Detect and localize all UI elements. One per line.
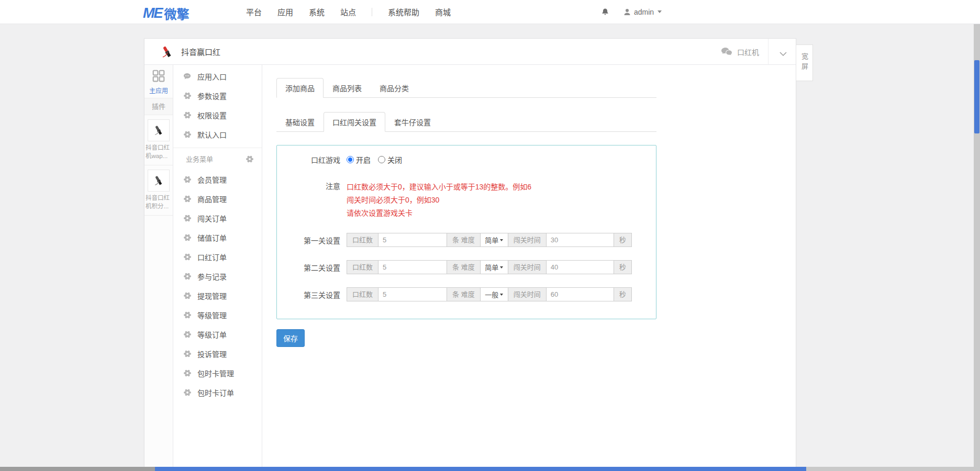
tab-lipstick-level-settings[interactable]: 口红闯关设置 [324, 112, 385, 132]
level-1-count-input[interactable] [378, 233, 447, 247]
level-3-difficulty-select[interactable]: 一般 [480, 287, 508, 301]
time-addon: 闯关时间 [508, 233, 547, 247]
level-1-difficulty-select[interactable]: 简单 [480, 233, 508, 247]
logo-text: 微擎 [164, 4, 190, 23]
horizontal-scrollbar[interactable] [0, 467, 980, 471]
menu-platform[interactable]: 平台 [246, 6, 262, 17]
sidebar-item-permissions[interactable]: 权限设置 [173, 105, 262, 125]
app-panel-header: 抖音赢口红 口红机 [144, 39, 796, 65]
gear-icon [183, 369, 191, 377]
level-2-count-input[interactable] [378, 260, 447, 274]
radio-off[interactable]: 关闭 [378, 154, 402, 165]
sidebar-item-complaints[interactable]: 投诉管理 [173, 344, 262, 363]
sidebar-item-label: 储值订单 [197, 232, 227, 243]
time-addon: 闯关时间 [508, 260, 547, 274]
screen: ME 微擎 平台 应用 系统 站点 系统帮助 商城 admin [0, 0, 980, 471]
tab-product-list[interactable]: 商品列表 [324, 78, 371, 98]
seconds-addon: 秒 [614, 260, 632, 274]
sidebar-item-products[interactable]: 商品管理 [173, 189, 262, 208]
sidebar-item-label: 闯关订单 [197, 213, 227, 223]
sidebar-item-label: 应用入口 [197, 71, 227, 82]
menu-help[interactable]: 系统帮助 [388, 6, 419, 17]
horizontal-scrollbar-thumb[interactable] [155, 467, 806, 471]
collapse-chevron-icon[interactable] [779, 49, 787, 59]
grid-icon [152, 69, 165, 83]
tab-product-category[interactable]: 商品分类 [371, 78, 418, 98]
sidebar-item-label: 提现管理 [197, 290, 227, 301]
sidebar-item-grade-mgmt[interactable]: 等级管理 [173, 305, 262, 324]
rail-plugins-title: 插件 [144, 98, 173, 115]
sidebar-item-stored-value-orders[interactable]: 储值订单 [173, 228, 262, 247]
vertical-scrollbar[interactable] [974, 24, 980, 467]
app-panel: 抖音赢口红 口红机 主应用 插件 [144, 38, 796, 467]
level-2-difficulty-select[interactable]: 简单 [480, 260, 508, 274]
difficulty-value: 一般 [485, 289, 498, 299]
comment-icon [183, 72, 191, 80]
sidebar-item-params[interactable]: 参数设置 [173, 86, 262, 105]
secondary-tabs: 基础设置 口红闯关设置 套牛仔设置 [276, 112, 656, 132]
sidebar-item-default-entry[interactable]: 默认入口 [173, 125, 262, 144]
sidebar-item-label: 等级订单 [197, 329, 227, 340]
rail-plugin-points[interactable]: 抖音口红机积分... [144, 165, 173, 216]
sidebar-item-label: 口红订单 [197, 252, 227, 262]
seconds-addon: 秒 [614, 287, 632, 301]
radio-on[interactable]: 开启 [347, 154, 371, 165]
plugin-caption: 抖音口红机wap... [146, 143, 172, 160]
app-panel-body: 主应用 插件 抖音口红机wap... 抖音口红机积分... [144, 65, 796, 467]
tab-add-product[interactable]: 添加商品 [276, 78, 324, 98]
account-switcher[interactable]: 口红机 [721, 39, 759, 65]
level-3-count-input[interactable] [378, 287, 447, 301]
gear-icon [183, 311, 191, 319]
main-content: 添加商品 商品列表 商品分类 基础设置 口红闯关设置 套牛仔设置 口红游戏 [262, 65, 796, 467]
notification-bell-icon[interactable] [601, 8, 609, 16]
rail-plugin-wap[interactable]: 抖音口红机wap... [144, 115, 173, 165]
vertical-scrollbar-thumb[interactable] [974, 60, 979, 133]
menu-divider [372, 8, 372, 16]
menu-apps[interactable]: 应用 [277, 6, 293, 17]
user-avatar-icon [623, 8, 631, 16]
sidebar-item-lipstick-orders[interactable]: 口红订单 [173, 247, 262, 266]
gear-icon [183, 214, 191, 222]
widescreen-toggle-button[interactable]: 宽屏 [796, 44, 813, 81]
difficulty-value: 简单 [485, 262, 498, 272]
level-1-time-input[interactable] [546, 233, 614, 247]
gear-icon [183, 350, 191, 357]
level-2-time-input[interactable] [546, 260, 614, 274]
logo-mark: ME [143, 5, 162, 21]
menu-site[interactable]: 站点 [340, 6, 356, 17]
section-settings-gear-icon[interactable] [246, 155, 253, 163]
rail-main-app[interactable]: 主应用 [144, 65, 173, 98]
top-navbar: ME 微擎 平台 应用 系统 站点 系统帮助 商城 admin [0, 0, 980, 24]
level-2-row: 第二关设置 口红数 条 难度 简单 闯关时间 秒 [277, 260, 656, 274]
sidebar-item-label: 包时卡订单 [197, 387, 234, 398]
wechat-account-icon [721, 47, 732, 57]
menu-store[interactable]: 商城 [435, 6, 451, 17]
sidebar-section-label: 业务菜单 [186, 154, 213, 164]
tab-basic-settings[interactable]: 基础设置 [276, 112, 324, 132]
radio-on-input[interactable] [347, 156, 354, 163]
save-button[interactable]: 保存 [276, 329, 305, 347]
notice-label: 注意 [277, 181, 340, 191]
radio-off-input[interactable] [378, 156, 385, 163]
menu-system[interactable]: 系统 [309, 6, 325, 17]
level-3-time-input[interactable] [546, 287, 614, 301]
sidebar-item-timecard-mgmt[interactable]: 包时卡管理 [173, 363, 262, 383]
unit-difficulty-addon: 条 难度 [447, 287, 481, 301]
sidebar-item-app-entry[interactable]: 应用入口 [173, 66, 262, 86]
gear-icon [183, 130, 191, 138]
weengine-logo[interactable]: ME 微擎 [143, 4, 190, 23]
sidebar-item-grade-orders[interactable]: 等级订单 [173, 324, 262, 344]
rail-main-app-label: 主应用 [144, 86, 173, 95]
sidebar-item-participation[interactable]: 参与记录 [173, 266, 262, 286]
tab-cowboy-settings[interactable]: 套牛仔设置 [385, 112, 440, 132]
sidebar-item-level-orders[interactable]: 闯关订单 [173, 208, 262, 228]
lipstick-count-addon: 口红数 [347, 260, 378, 274]
sidebar-item-withdrawals[interactable]: 提现管理 [173, 286, 262, 305]
sidebar-item-timecard-orders[interactable]: 包时卡订单 [173, 383, 262, 402]
icon-rail: 主应用 插件 抖音口红机wap... 抖音口红机积分... [144, 65, 173, 467]
user-menu[interactable]: admin [623, 8, 662, 16]
seconds-addon: 秒 [614, 233, 632, 247]
difficulty-value: 简单 [485, 235, 498, 245]
sidebar-item-members[interactable]: 会员管理 [173, 170, 262, 189]
plugin-tile [148, 119, 170, 141]
